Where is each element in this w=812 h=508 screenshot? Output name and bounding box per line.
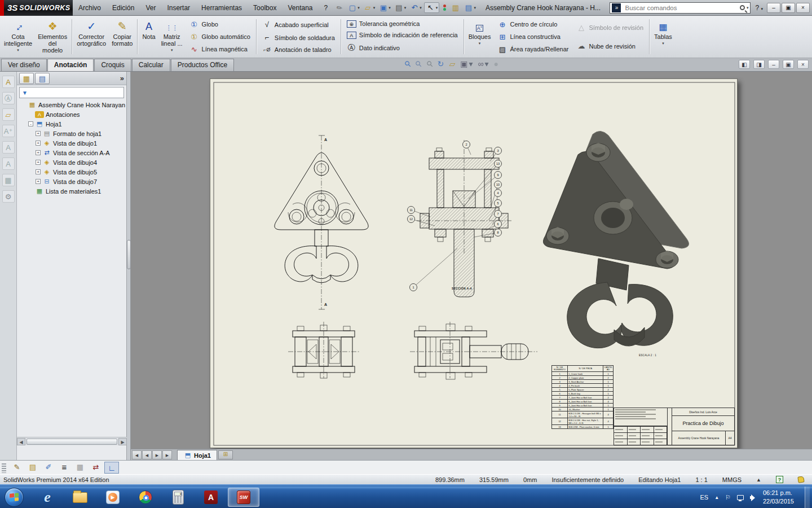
zoom-fit-button[interactable]: ⚲ [405, 59, 411, 68]
language-indicator[interactable]: ES [700, 494, 708, 501]
bom-row[interactable]: 22_Copper plate2 [552, 376, 614, 380]
expand-icon[interactable]: + [36, 131, 41, 136]
scroll-thumb[interactable] [27, 439, 117, 445]
note-pattern-button[interactable]: ▦ [2, 174, 15, 186]
save-button[interactable]: ▣▾ [377, 3, 392, 12]
view-settings-button[interactable]: ∞▾ [478, 59, 489, 68]
chain-tool-button[interactable]: ⚙ [2, 190, 15, 203]
undo-button[interactable]: ↶▾ [408, 3, 423, 12]
ribbon-tablas-button[interactable]: ▦Tablas▾ [651, 17, 675, 56]
bom-row[interactable]: 66_Bush key1 [552, 392, 614, 396]
display-style-caret-icon[interactable]: ▾ [469, 59, 473, 68]
dropdown-caret-icon[interactable]: ▾ [479, 41, 481, 46]
tab-calcular[interactable]: Calcular [132, 59, 170, 71]
ribbon-matriz-button[interactable]: ⋮⋮Matriz lineal ...▾ [158, 17, 186, 56]
swap-arrows-button[interactable]: ⇄ [89, 462, 103, 474]
render-sphere-button[interactable]: ● [494, 59, 498, 68]
open-folder-caret-icon[interactable]: ▾ [373, 6, 376, 10]
bom-row[interactable]: 33_Steel Anchor1 [552, 380, 614, 384]
taskbar-media-player-button[interactable]: ▶ [97, 488, 129, 507]
tile-right-button[interactable]: ◨ [753, 60, 765, 69]
file-properties-button[interactable]: ▥ [449, 3, 461, 12]
view-palette-caret-icon[interactable]: ▾ [474, 6, 476, 10]
next-sheet-icon[interactable]: ▶ [152, 450, 162, 459]
ribbon-bloques-button[interactable]: A°Bloques▾ [466, 17, 494, 56]
volume-icon[interactable] [750, 494, 757, 501]
search-input[interactable] [624, 4, 739, 12]
toolbar-grip[interactable] [2, 462, 6, 473]
first-sheet-icon[interactable]: ◀ [132, 450, 142, 459]
taskbar-internet-explorer-button[interactable]: e [32, 488, 63, 507]
ribbon-dato-indicativo-button[interactable]: ⒶDato indicativo [343, 42, 462, 54]
help-badge-icon[interactable]: ? [776, 476, 783, 483]
feature-tree-tab[interactable]: ▦ [19, 73, 34, 84]
menu-ventana[interactable]: Ventana [282, 0, 318, 16]
ribbon-centro-de-c-rculo-button[interactable]: ⊕Centro de círculo [493, 20, 572, 29]
scroll-left-icon[interactable]: ◀ [17, 438, 25, 445]
menu-edici-n[interactable]: Edición [107, 0, 140, 16]
units-dropdown-icon[interactable]: ▲ [756, 477, 761, 483]
search-icon[interactable] [740, 5, 745, 10]
tree-item-vista-de-dibujo7[interactable]: +⊟Vista de dibujo7 [17, 177, 126, 186]
panel-horizontal-scrollbar[interactable]: ◀ ▶ [17, 437, 127, 445]
open-folder-button[interactable]: ▱▾ [362, 3, 377, 12]
panel-splitter[interactable] [127, 72, 131, 460]
isometric-view[interactable] [543, 131, 689, 348]
ribbon-corrector-button[interactable]: ✓Corrector ortográfico [74, 17, 109, 56]
ribbon-globo-button[interactable]: ①Globo [186, 20, 254, 29]
taskbar-calculator-button[interactable] [162, 488, 194, 507]
close-doc-button[interactable]: × [797, 60, 809, 69]
bom-row[interactable]: 99_Joint Hex w Bolt Iron1 [552, 404, 614, 408]
action-center-icon[interactable]: ⚐ [725, 494, 731, 501]
view-settings-caret-icon[interactable]: ▾ [485, 59, 489, 68]
menu-ver[interactable]: Ver [140, 0, 161, 16]
tree-item-vista-de-dibujo4[interactable]: +◈Vista de dibujo4 [17, 157, 126, 167]
save-caret-icon[interactable]: ▾ [389, 6, 391, 10]
property-tab[interactable]: ▤ [35, 73, 50, 84]
new-document-button[interactable]: ▢▾ [346, 3, 361, 12]
select-arrow-caret-icon[interactable]: ▾ [436, 6, 438, 10]
rotate-view-button[interactable]: ↻ [438, 59, 444, 68]
command-search[interactable]: » ▾ [610, 2, 751, 14]
show-desktop-button[interactable] [805, 487, 810, 508]
tree-item-vista-de-dibujo5[interactable]: +◈Vista de dibujo5 [17, 167, 126, 177]
close-button[interactable]: × [796, 3, 810, 13]
undo-caret-icon[interactable]: ▾ [420, 6, 422, 10]
tree-filter[interactable]: ▼ [19, 87, 124, 98]
tab-anotaci-n[interactable]: Anotación [47, 59, 94, 71]
minimize-doc-button[interactable]: – [768, 60, 779, 69]
menu-toolbox[interactable]: Toolbox [248, 0, 282, 16]
ribbon-s-mbolo-de-indicaci-n-de-referencia-button[interactable]: ASímbolo de indicación de referencia [343, 31, 462, 40]
ribbon-nota-button[interactable]: ANota [139, 17, 158, 56]
taskbar-adobe-reader-button[interactable]: A [195, 488, 227, 507]
ribbon-copiar-button[interactable]: ✎Copiar formato [109, 17, 135, 56]
dropdown-caret-icon[interactable]: ▾ [171, 48, 173, 52]
bom-row[interactable]: 12B18.2.4.1M - Hex nut, Style 1, M6 x 1.… [552, 418, 614, 425]
front-view[interactable] [275, 135, 368, 309]
ribbon-nube-de-revisi-n-button[interactable]: ☁Nube de revisión [572, 41, 647, 51]
bom-row[interactable]: 77_Joint Hex w Bolt Iron2 [552, 396, 614, 400]
bom-row[interactable]: 11B18.2.3.1M - Hexagon bolt M6 x 1.0 x 3… [552, 411, 614, 418]
menu-item[interactable]: ? [319, 0, 334, 16]
line-format-button[interactable]: ≡ [57, 462, 72, 474]
ribbon-elementos-button[interactable]: ❖Elementos del modelo [35, 17, 70, 56]
panel-expand-chevron[interactable]: » [120, 74, 124, 82]
note-lock-button[interactable]: A [2, 157, 15, 170]
tree-item-assembly-crane-hook-narayan[interactable]: ▦Assembly Crane Hook Narayan [17, 100, 126, 110]
ribbon-s-mbolo-de-soldadura-button[interactable]: ⌐Símbolo de soldadura [258, 33, 339, 42]
expand-icon[interactable]: + [36, 150, 41, 155]
add-sheet-icon[interactable]: ⊞ [218, 450, 233, 459]
layer-properties-button[interactable]: ✎ [10, 462, 24, 474]
search-caret-icon[interactable]: ▾ [747, 6, 749, 10]
bom-row[interactable]: 13B18.22M - Plain washer, 6 mm1 [552, 425, 614, 429]
sheet-color-button[interactable]: ▱ [449, 59, 456, 68]
ribbon-tolerancia-geom-trica-button[interactable]: ⊕Tolerancia geométrica [343, 20, 462, 28]
ribbon-cota-button[interactable]: ↔Cota inteligente▾ [1, 17, 35, 56]
scroll-right-icon[interactable]: ▶ [118, 438, 127, 445]
ribbon-l-nea-constructiva-button[interactable]: ⊞Línea constructiva [493, 32, 572, 42]
menu-herramientas[interactable]: Herramientas [196, 0, 248, 16]
dropdown-caret-icon[interactable]: ▾ [662, 41, 664, 46]
bom-row[interactable]: 11_Crane hook1 [552, 372, 614, 376]
start-button[interactable] [5, 488, 24, 507]
expand-icon[interactable]: + [36, 169, 41, 174]
